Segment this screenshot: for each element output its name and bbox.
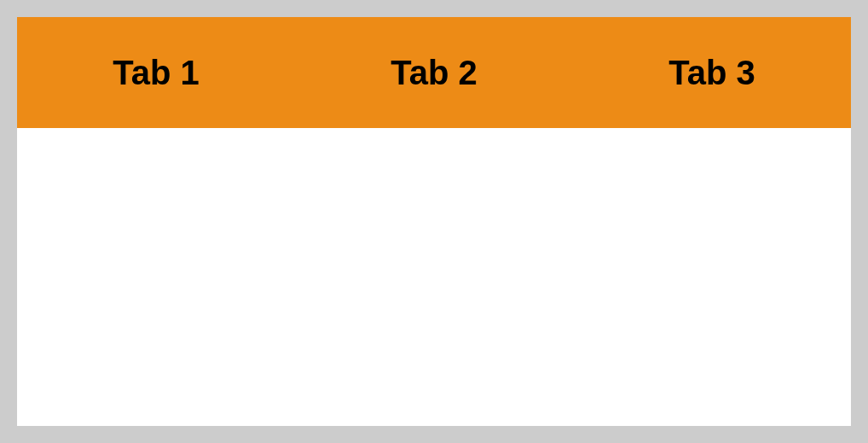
main-container: Tab 1 Tab 2 Tab 3 xyxy=(17,17,851,426)
tab-3[interactable]: Tab 3 xyxy=(573,17,851,128)
tab-1[interactable]: Tab 1 xyxy=(17,17,295,128)
tab-bar: Tab 1 Tab 2 Tab 3 xyxy=(17,17,851,128)
tab-1-label: Tab 1 xyxy=(113,54,200,92)
tab-3-label: Tab 3 xyxy=(668,54,755,92)
tab-2-label: Tab 2 xyxy=(391,54,477,92)
tab-content xyxy=(17,128,851,426)
tab-2[interactable]: Tab 2 xyxy=(295,17,573,128)
